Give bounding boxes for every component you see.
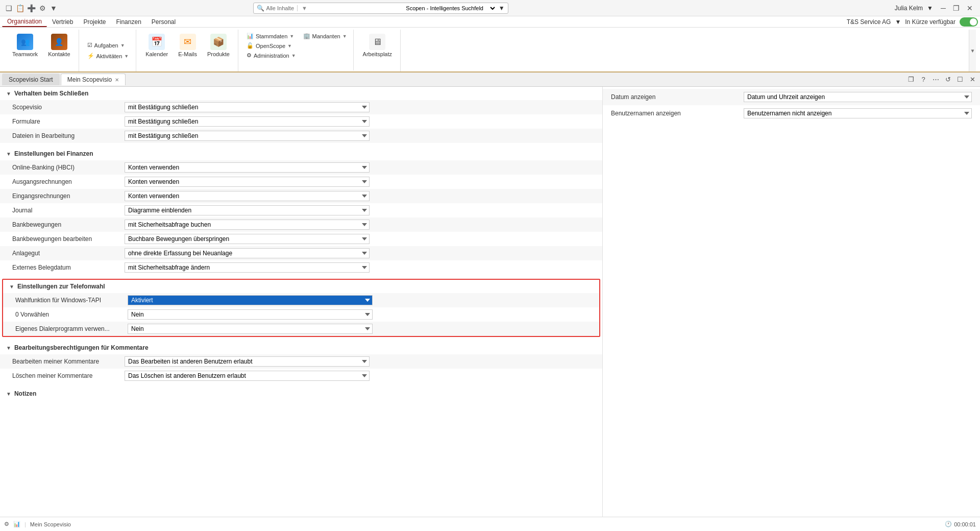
- section-telefonwahl-header[interactable]: ▼ Einstellungen zur Telefonwahl: [3, 280, 599, 293]
- produkte-label: Produkte: [207, 51, 230, 57]
- setting-control-vorwaehlen[interactable]: Nein: [128, 309, 373, 320]
- setting-control-ausgang[interactable]: Konten verwenden: [125, 177, 370, 187]
- tabs-bar: Scopevisio Start Mein Scopevisio ✕ ❐ ? ⋯…: [0, 73, 980, 87]
- setting-select-ausgang[interactable]: Konten verwenden: [125, 177, 370, 187]
- dropdown-icon[interactable]: ▼: [49, 4, 58, 13]
- minimize-button[interactable]: ─: [937, 3, 949, 14]
- setting-control-belegdatum[interactable]: mit Sicherheitsabfrage ändern: [125, 262, 370, 273]
- settings-icon[interactable]: ⚙: [38, 4, 47, 13]
- section-kommentare-rows: Bearbeiten meiner Kommentare Das Bearbei…: [0, 354, 602, 383]
- user-dropdown-icon[interactable]: ▼: [927, 5, 933, 12]
- setting-select-bankbewegungen-bearbeiten[interactable]: Buchbare Bewegungen überspringen: [125, 234, 370, 244]
- setting-control-bankbewegungen-bearbeiten[interactable]: Buchbare Bewegungen überspringen: [125, 234, 370, 244]
- setting-control-anlagegut[interactable]: ohne direkte Erfassung bei Neuanlage: [125, 248, 370, 258]
- company-dropdown[interactable]: ▼: [895, 18, 901, 26]
- setting-row-scopevisio: Scopevisio mit Bestätigung schließen: [0, 100, 602, 114]
- setting-select-benutzername[interactable]: Benutzernamen nicht anzeigen: [744, 108, 972, 118]
- setting-control-banking[interactable]: Konten verwenden: [125, 162, 370, 173]
- setting-control-datum[interactable]: Datum und Uhrzeit anzeigen: [744, 92, 972, 102]
- setting-control-benutzername[interactable]: Benutzernamen nicht anzeigen: [744, 108, 972, 118]
- search-bar[interactable]: 🔍 Alle Inhalte ▼ Scopen - Intelligentes …: [253, 3, 508, 14]
- setting-select-loeschen[interactable]: Das Löschen ist anderen Benutzern erlaub…: [125, 371, 370, 381]
- menu-vertrieb[interactable]: Vertrieb: [47, 17, 78, 27]
- setting-select-bearbeiten[interactable]: Das Bearbeiten ist anderen Benutzern erl…: [125, 356, 370, 367]
- setting-control-formulare[interactable]: mit Bestätigung schließen: [125, 116, 370, 127]
- menu-projekte[interactable]: Projekte: [78, 17, 111, 27]
- ribbon-produkte-button[interactable]: 📦 Produkte: [203, 32, 234, 59]
- setting-control-dialer[interactable]: Nein: [128, 324, 373, 334]
- setting-control-bankbewegungen[interactable]: mit Sicherheitsabfrage buchen: [125, 220, 370, 230]
- setting-control-loeschen[interactable]: Das Löschen ist anderen Benutzern erlaub…: [125, 371, 370, 381]
- ribbon-openscope-button[interactable]: 🔓 OpenScope ▼: [243, 41, 295, 50]
- tab-window-button[interactable]: ☐: [954, 74, 966, 85]
- setting-select-eingang[interactable]: Konten verwenden: [125, 191, 370, 201]
- menu-finanzen[interactable]: Finanzen: [111, 17, 146, 27]
- section-notizen-header[interactable]: ▼ Notizen: [0, 387, 602, 400]
- maximize-button[interactable]: ❐: [950, 3, 963, 14]
- status-bar: ⚙ 📊 | Mein Scopevisio 🕐 00:00:01: [0, 517, 980, 531]
- ribbon-teamwork-button[interactable]: 👥 Teamwork: [8, 32, 42, 59]
- section-verhalten-header[interactable]: ▼ Verhalten beim Schließen: [0, 87, 602, 100]
- setting-select-scopevisio[interactable]: mit Bestätigung schließen: [125, 102, 370, 112]
- setting-control-scopevisio[interactable]: mit Bestätigung schließen: [125, 102, 370, 112]
- setting-label-banking: Online-Banking (HBCI): [12, 164, 125, 171]
- ribbon-arbeitsplatz-button[interactable]: 🖥 Arbeitsplatz: [359, 32, 396, 59]
- setting-select-bankbewegungen[interactable]: mit Sicherheitsabfrage buchen: [125, 220, 370, 230]
- setting-select-dialer[interactable]: Nein: [128, 324, 373, 334]
- tab-mein-close-icon[interactable]: ✕: [115, 77, 119, 83]
- section-finanzen-title: Einstellungen bei Finanzen: [14, 150, 93, 157]
- setting-control-eingang[interactable]: Konten verwenden: [125, 191, 370, 201]
- setting-select-datum[interactable]: Datum und Uhrzeit anzeigen: [744, 92, 972, 102]
- setting-select-journal[interactable]: Diagramme einblenden: [125, 205, 370, 215]
- tab-refresh-button[interactable]: ↺: [942, 74, 953, 85]
- setting-control-bearbeiten[interactable]: Das Bearbeiten ist anderen Benutzern erl…: [125, 356, 370, 367]
- setting-select-anlagegut[interactable]: ohne direkte Erfassung bei Neuanlage: [125, 248, 370, 258]
- tab-start[interactable]: Scopevisio Start: [2, 74, 60, 85]
- right-panel: Datum anzeigen Datum und Uhrzeit anzeige…: [602, 87, 980, 517]
- ribbon-kalender-button[interactable]: 📅 Kalender: [141, 32, 172, 59]
- add-icon[interactable]: ➕: [27, 4, 36, 13]
- toggle-switch[interactable]: [960, 17, 978, 27]
- section-finanzen-header[interactable]: ▼ Einstellungen bei Finanzen: [0, 147, 602, 160]
- scope-select[interactable]: Scopen - Intelligentes Suchfeld: [404, 5, 496, 12]
- file-icon[interactable]: 📋: [15, 4, 24, 13]
- setting-row-dialer: Eigenes Dialerprogramm verwen... Nein: [3, 322, 599, 336]
- setting-select-banking[interactable]: Konten verwenden: [125, 162, 370, 173]
- ribbon-stammdaten-button[interactable]: 📊 Stammdaten ▼: [243, 32, 297, 40]
- status-icon1[interactable]: ⚙: [4, 521, 9, 527]
- ribbon-emails-button[interactable]: ✉ E-Mails: [174, 32, 201, 59]
- tab-mein[interactable]: Mein Scopevisio ✕: [61, 74, 126, 85]
- tab-copy-button[interactable]: ❐: [905, 74, 917, 85]
- search-input[interactable]: [309, 5, 402, 12]
- ribbon-mandanten-button[interactable]: 🏢 Mandanten ▼: [300, 32, 350, 40]
- ribbon-aktivitaeten-button[interactable]: ⚡ Aktivitäten ▼: [84, 52, 132, 60]
- ribbon-group-workspace: 🖥 Arbeitsplatz: [355, 30, 401, 71]
- tabs-actions: ❐ ? ⋯ ↺ ☐ ✕: [905, 74, 978, 85]
- scope-dropdown-icon: ▼: [499, 5, 505, 12]
- menu-organisation[interactable]: Organisation: [2, 17, 47, 27]
- section-kommentare-header[interactable]: ▼ Bearbeitungsberechtigungen für Komment…: [0, 341, 602, 354]
- setting-row-loeschen: Löschen meiner Kommentare Das Löschen is…: [0, 369, 602, 383]
- setting-select-vorwaehlen[interactable]: Nein: [128, 309, 373, 320]
- ribbon-aufgaben-button[interactable]: ☑ Aufgaben ▼: [84, 41, 128, 50]
- tab-more-button[interactable]: ⋯: [930, 74, 941, 85]
- setting-select-dateien[interactable]: mit Bestätigung schließen: [125, 131, 370, 141]
- openscope-label: OpenScope: [256, 43, 285, 49]
- close-button[interactable]: ✕: [964, 3, 976, 14]
- setting-select-belegdatum[interactable]: mit Sicherheitsabfrage ändern: [125, 262, 370, 273]
- tab-help-button[interactable]: ?: [918, 74, 929, 85]
- menu-personal[interactable]: Personal: [146, 17, 181, 27]
- setting-select-formulare[interactable]: mit Bestätigung schließen: [125, 116, 370, 127]
- setting-control-wahlfunktion[interactable]: Aktiviert: [128, 295, 373, 305]
- setting-control-dateien[interactable]: mit Bestätigung schließen: [125, 131, 370, 141]
- ribbon-collapse-button[interactable]: ▼: [969, 30, 976, 71]
- status-icon2[interactable]: 📊: [13, 521, 20, 527]
- tab-close-panel-button[interactable]: ✕: [967, 74, 978, 85]
- ribbon-group-activities: ☑ Aufgaben ▼ ⚡ Aktivitäten ▼: [80, 30, 137, 71]
- ribbon-administration-button[interactable]: ⚙ Administration ▼: [243, 51, 299, 60]
- arbeitsplatz-icon: 🖥: [369, 34, 385, 50]
- setting-control-journal[interactable]: Diagramme einblenden: [125, 205, 370, 215]
- setting-select-wahlfunktion[interactable]: Aktiviert: [128, 295, 373, 305]
- search-icon: 🔍: [257, 5, 264, 12]
- ribbon-kontakte-button[interactable]: 👤 Kontakte: [44, 32, 74, 59]
